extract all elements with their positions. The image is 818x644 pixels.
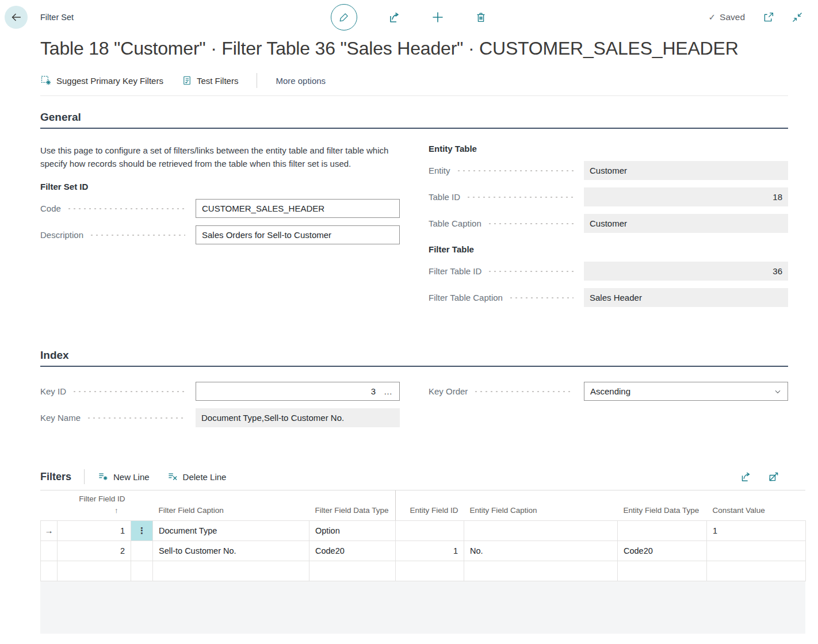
page-instruction-text: Use this page to configure a set of filt… xyxy=(40,144,400,170)
ellipsis-vertical-icon: ⋮ xyxy=(137,526,146,535)
cell-constant-value[interactable] xyxy=(707,561,806,581)
cell-filter-field-data-type[interactable]: Option xyxy=(309,520,396,540)
cell-entity-field-caption[interactable]: No. xyxy=(464,540,618,561)
filter-table-id-label: Filter Table ID xyxy=(429,266,481,276)
active-row-arrow-icon: → xyxy=(45,526,53,535)
cell-filter-field-caption[interactable] xyxy=(153,561,309,581)
test-filters-button[interactable]: Test Filters xyxy=(182,75,239,86)
key-order-dropdown[interactable]: Ascending xyxy=(584,382,788,401)
action-bar: Suggest Primary Key Filters Test Filters… xyxy=(40,73,788,96)
key-name-field-row: Key Name Document Type,Sell-to Customer … xyxy=(40,408,400,427)
column-header-entity-field-caption[interactable]: Entity Field Caption xyxy=(464,490,618,520)
top-bar: Filter Set xyxy=(0,0,818,34)
filters-table-header-row: Filter Field ID ↑ Filter Field Caption F… xyxy=(41,490,806,520)
back-arrow-icon xyxy=(10,11,22,24)
share-part-button[interactable] xyxy=(739,470,752,483)
entity-label: Entity xyxy=(429,166,450,175)
collapse-icon xyxy=(792,12,803,23)
cell-filter-field-data-type[interactable] xyxy=(309,561,396,581)
table-caption-field-row: Table Caption Customer xyxy=(429,214,788,233)
general-section: General Use this page to configure a set… xyxy=(40,111,788,315)
column-header-filter-field-caption[interactable]: Filter Field Caption xyxy=(153,490,309,520)
suggest-primary-key-filters-button[interactable]: Suggest Primary Key Filters xyxy=(40,75,163,86)
cell-entity-field-id[interactable]: 1 xyxy=(396,540,464,561)
code-field[interactable]: CUSTOMER_SALES_HEADER xyxy=(196,199,400,218)
expand-part-button[interactable] xyxy=(768,471,779,482)
cell-entity-field-data-type[interactable]: Code20 xyxy=(618,540,707,561)
delete-button[interactable] xyxy=(475,11,487,24)
new-line-button[interactable]: New Line xyxy=(97,471,150,482)
filter-table-heading: Filter Table xyxy=(429,244,788,254)
cell-filter-field-data-type[interactable]: Code20 xyxy=(309,540,396,561)
cell-entity-field-data-type[interactable] xyxy=(618,520,707,540)
cell-filter-field-caption[interactable]: Sell-to Customer No. xyxy=(153,540,309,561)
new-button[interactable] xyxy=(431,10,445,24)
row-options-header xyxy=(131,490,153,520)
cell-constant-value[interactable]: 1 xyxy=(707,520,806,540)
cell-entity-field-id[interactable] xyxy=(396,520,464,540)
row-selector-cell[interactable]: → xyxy=(41,520,58,540)
filter-set-page: Filter Set xyxy=(0,0,818,634)
back-button[interactable] xyxy=(5,6,28,29)
table-caption-label: Table Caption xyxy=(429,218,481,228)
table-row: 2 Sell-to Customer No. Code20 1 No. Code… xyxy=(41,540,806,561)
filter-table-id-field: 36 xyxy=(584,262,788,281)
filter-table-caption-label: Filter Table Caption xyxy=(429,293,503,302)
key-order-value: Ascending xyxy=(590,386,630,396)
filters-toolbar-divider xyxy=(84,469,85,484)
column-header-constant-value[interactable]: Constant Value xyxy=(707,490,806,520)
row-options-cell[interactable]: ⋮ xyxy=(131,520,153,540)
general-section-heading[interactable]: General xyxy=(40,111,788,129)
entity-table-heading: Entity Table xyxy=(429,144,788,154)
test-filters-label: Test Filters xyxy=(197,76,239,86)
row-selector-cell[interactable] xyxy=(41,540,58,561)
collapse-button[interactable] xyxy=(792,12,803,23)
new-line-label: New Line xyxy=(113,472,150,482)
cell-entity-field-caption[interactable] xyxy=(464,520,618,540)
record-actions xyxy=(331,0,487,34)
cell-filter-field-id[interactable]: 2 xyxy=(58,540,131,561)
save-status: ✓ Saved xyxy=(708,12,745,22)
dotted-leader xyxy=(89,234,185,236)
cell-constant-value[interactable] xyxy=(707,540,806,561)
row-selector-header xyxy=(41,490,58,520)
dotted-leader xyxy=(72,390,185,393)
key-order-field-row: Key Order Ascending xyxy=(429,382,788,401)
edit-button[interactable] xyxy=(331,4,357,30)
cell-filter-field-caption[interactable]: Document Type xyxy=(153,520,309,540)
cell-filter-field-id[interactable]: 1 xyxy=(58,520,131,540)
open-in-new-window-button[interactable] xyxy=(762,12,774,24)
filters-toolbar-right xyxy=(739,470,805,483)
description-label: Description xyxy=(40,230,83,240)
index-right-column: Key Order Ascending xyxy=(429,382,788,435)
general-right-column: Entity Table Entity Customer Table ID 18… xyxy=(429,144,788,315)
column-header-filter-field-data-type[interactable]: Filter Field Data Type xyxy=(309,490,396,520)
filters-toolbar: Filters New Line Delete Line xyxy=(40,469,805,490)
column-header-filter-field-id[interactable]: Filter Field ID ↑ xyxy=(58,490,131,520)
dotted-leader xyxy=(473,390,574,393)
cell-entity-field-caption[interactable] xyxy=(464,561,618,581)
description-field[interactable]: Sales Orders for Sell-to Customer xyxy=(196,225,400,244)
row-options-cell[interactable] xyxy=(131,561,153,581)
table-row: → 1 ⋮ Document Type Option 1 xyxy=(41,520,806,540)
cell-filter-field-id[interactable] xyxy=(58,561,131,581)
key-id-assist-edit-button[interactable]: … xyxy=(383,387,393,396)
column-header-entity-field-data-type[interactable]: Entity Field Data Type xyxy=(618,490,707,520)
column-header-entity-field-id[interactable]: Entity Field ID xyxy=(396,490,464,520)
dotted-leader xyxy=(86,417,185,419)
share-button[interactable] xyxy=(387,10,401,24)
test-filters-icon xyxy=(182,75,192,86)
key-id-label: Key ID xyxy=(40,386,66,396)
code-label: Code xyxy=(40,204,61,213)
cell-entity-field-id[interactable] xyxy=(396,561,464,581)
code-field-row: Code CUSTOMER_SALES_HEADER xyxy=(40,199,400,218)
key-id-field[interactable]: 3 … xyxy=(196,382,400,401)
delete-line-button[interactable]: Delete Line xyxy=(167,471,227,482)
dotted-leader xyxy=(487,270,574,273)
entity-field: Customer xyxy=(584,161,788,180)
row-selector-cell[interactable] xyxy=(41,561,58,581)
index-section-heading[interactable]: Index xyxy=(40,349,788,367)
row-options-cell[interactable] xyxy=(131,540,153,561)
cell-entity-field-data-type[interactable] xyxy=(618,561,707,581)
more-options-button[interactable]: More options xyxy=(276,76,326,86)
